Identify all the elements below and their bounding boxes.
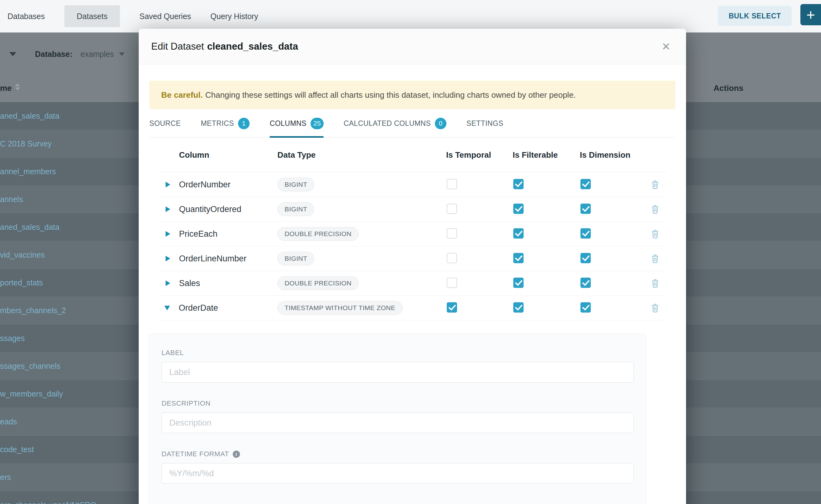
dataset-link[interactable]: mbers_channels_2	[0, 306, 66, 315]
data-type-pill: DOUBLE PRECISION	[277, 276, 358, 290]
is-filterable-checkbox[interactable]	[513, 302, 524, 313]
is-filterable-checkbox[interactable]	[513, 228, 524, 239]
dataset-link[interactable]: annel_members	[0, 167, 56, 176]
top-nav: Databases Datasets Saved Queries Query H…	[0, 0, 821, 32]
is-temporal-checkbox[interactable]	[447, 228, 457, 239]
column-row: Sales DOUBLE PRECISION	[158, 271, 666, 296]
is-temporal-checkbox[interactable]	[447, 302, 457, 313]
column-name: OrderNumber	[179, 180, 230, 190]
expand-caret-icon[interactable]	[166, 182, 170, 187]
delete-column-icon[interactable]	[651, 254, 659, 263]
info-icon[interactable]	[233, 451, 240, 458]
datetime-format-field-label: DATETIME FORMAT	[161, 450, 634, 458]
chevron-down-icon[interactable]	[9, 52, 16, 56]
is-filterable-checkbox[interactable]	[513, 253, 524, 263]
is-filterable-checkbox[interactable]	[513, 179, 524, 189]
data-type-pill: BIGINT	[277, 252, 314, 265]
expand-caret-icon[interactable]	[166, 206, 170, 212]
expand-caret-icon[interactable]	[166, 231, 170, 237]
dataset-link[interactable]: ssages_channels	[0, 362, 60, 371]
tab-count-badge: 0	[435, 118, 447, 129]
is-dimension-checkbox[interactable]	[581, 253, 591, 263]
modal-header: Edit Datasetcleaned_sales_data	[139, 29, 686, 64]
column-name: OrderLineNumber	[179, 254, 246, 264]
nav-tab-label: Saved Queries	[139, 12, 191, 21]
dataset-link[interactable]: w_members_daily	[0, 389, 63, 398]
close-icon[interactable]	[659, 39, 674, 54]
dataset-link[interactable]: C 2018 Survey	[0, 139, 52, 148]
is-temporal-checkbox[interactable]	[447, 278, 457, 288]
nav-tab-query-history[interactable]: Query History	[210, 5, 258, 27]
dataset-link[interactable]: annels	[0, 195, 23, 204]
column-name: QuantityOrdered	[179, 205, 241, 214]
name-column-header[interactable]: me	[0, 83, 12, 93]
warning-text: Changing these settings will affect all …	[205, 90, 576, 100]
dataset-link[interactable]: code_test	[0, 445, 34, 454]
bulk-select-button[interactable]: BULK SELECT	[718, 6, 792, 26]
column-row: PriceEach DOUBLE PRECISION	[158, 222, 666, 246]
expand-caret-icon[interactable]	[166, 256, 170, 261]
tab-metrics[interactable]: METRICS1	[201, 109, 250, 137]
data-type-pill: TIMESTAMP WITHOUT TIME ZONE	[277, 301, 403, 315]
header-data-type: Data Type	[277, 150, 443, 160]
is-dimension-checkbox[interactable]	[581, 228, 591, 239]
dataset-link[interactable]: ers	[0, 473, 11, 482]
database-filter-label: Database:	[35, 50, 72, 59]
tab-count-badge: 1	[238, 118, 250, 129]
is-filterable-checkbox[interactable]	[513, 278, 524, 288]
label-input[interactable]	[161, 362, 634, 383]
nav-tab-label: Databases	[7, 12, 45, 21]
dataset-link[interactable]: eads	[0, 417, 17, 426]
collapse-caret-icon[interactable]	[164, 306, 170, 310]
tab-columns[interactable]: COLUMNS25	[269, 109, 324, 137]
columns-table: Column Data Type Is Temporal Is Filterab…	[158, 138, 666, 320]
modal-tabs: SOURCE METRICS1 COLUMNS25 CALCULATED COL…	[149, 109, 675, 138]
is-temporal-checkbox[interactable]	[447, 253, 457, 263]
header-is-temporal: Is Temporal	[443, 150, 510, 160]
is-dimension-checkbox[interactable]	[581, 278, 591, 288]
field-label-text: LABEL	[161, 349, 184, 357]
tab-settings[interactable]: SETTINGS	[467, 109, 503, 137]
delete-column-icon[interactable]	[651, 229, 659, 239]
data-type-pill: DOUBLE PRECISION	[277, 227, 358, 241]
dataset-link[interactable]: ported_stats	[0, 278, 43, 287]
dataset-link[interactable]: aned_sales_data	[0, 111, 59, 121]
column-editor-panel: LABEL DESCRIPTION DATETIME FORMAT	[149, 334, 647, 504]
nav-tab-datasets[interactable]: Datasets	[64, 5, 120, 27]
dataset-link[interactable]: ers_channels-uzooNNtSRO	[0, 501, 96, 504]
expand-caret-icon[interactable]	[166, 280, 170, 286]
is-temporal-checkbox[interactable]	[447, 204, 457, 214]
database-filter-value[interactable]: examples	[81, 50, 114, 59]
description-input[interactable]	[161, 413, 634, 433]
sort-icon[interactable]	[15, 83, 20, 90]
dataset-link[interactable]: vid_vaccines	[0, 250, 45, 259]
is-temporal-checkbox[interactable]	[447, 179, 457, 189]
add-dataset-button[interactable]: +	[800, 4, 821, 25]
nav-tab-databases[interactable]: Databases	[7, 5, 45, 27]
datetime-format-input[interactable]	[161, 463, 634, 484]
column-name: Sales	[179, 279, 200, 288]
is-dimension-checkbox[interactable]	[581, 302, 591, 313]
column-row: OrderNumber BIGINT	[158, 172, 666, 197]
column-row: QuantityOrdered BIGINT	[158, 197, 666, 222]
is-filterable-checkbox[interactable]	[513, 204, 524, 214]
tab-label: COLUMNS	[269, 119, 306, 128]
nav-tab-label: Query History	[210, 12, 258, 21]
tab-source[interactable]: SOURCE	[149, 109, 181, 137]
description-field-label: DESCRIPTION	[161, 399, 634, 408]
is-dimension-checkbox[interactable]	[581, 204, 591, 214]
nav-tab-saved-queries[interactable]: Saved Queries	[139, 5, 191, 27]
delete-column-icon[interactable]	[651, 303, 659, 313]
tab-calculated-columns[interactable]: CALCULATED COLUMNS0	[344, 109, 447, 137]
dataset-link[interactable]: ssages	[0, 334, 25, 343]
delete-column-icon[interactable]	[651, 205, 659, 214]
plus-icon: +	[806, 6, 815, 23]
warning-emphasis: Be careful.	[161, 90, 203, 100]
dropdown-caret-icon[interactable]	[119, 52, 125, 56]
column-row: OrderLineNumber BIGINT	[158, 246, 666, 271]
dataset-link[interactable]: aned_sales_data	[0, 223, 59, 232]
header-column: Column	[158, 150, 277, 160]
is-dimension-checkbox[interactable]	[581, 179, 591, 189]
delete-column-icon[interactable]	[651, 180, 659, 189]
delete-column-icon[interactable]	[651, 279, 659, 288]
